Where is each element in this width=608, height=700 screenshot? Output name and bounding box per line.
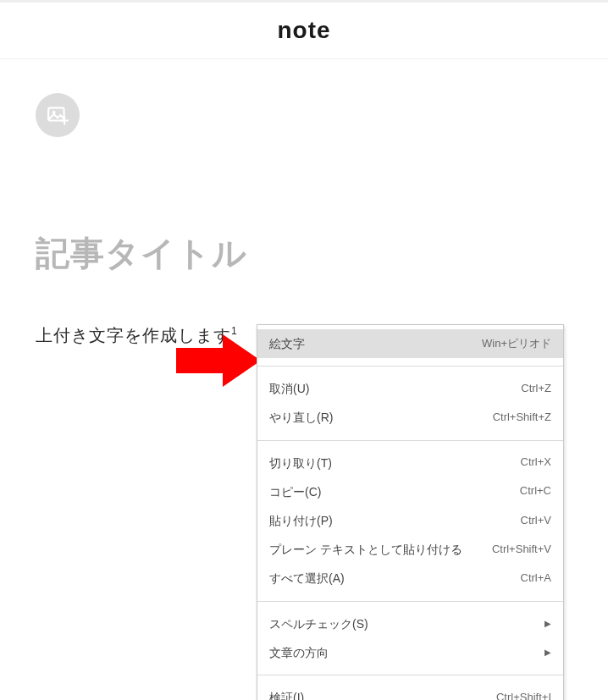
brand-logo: note — [277, 17, 330, 44]
context-menu-item-label: やり直し(R) — [269, 410, 333, 425]
svg-rect-0 — [48, 107, 64, 120]
context-menu-item[interactable]: 貼り付け(P)Ctrl+V — [257, 506, 563, 535]
context-menu-separator — [257, 601, 563, 602]
context-menu-item-label: 文章の方向 — [269, 645, 329, 660]
context-menu-item-label: 絵文字 — [269, 336, 305, 351]
image-add-icon — [47, 104, 69, 126]
context-menu-item[interactable]: 絵文字Win+ピリオド — [257, 329, 563, 358]
context-menu-item-shortcut: Ctrl+Shift+V — [492, 543, 551, 557]
context-menu-item-shortcut: Ctrl+V — [521, 514, 551, 528]
context-menu-item-shortcut: Ctrl+Z — [521, 382, 551, 396]
context-menu-item-label: コピー(C) — [269, 484, 321, 499]
context-menu-item[interactable]: やり直し(R)Ctrl+Shift+Z — [257, 403, 563, 432]
context-menu-item-label: 切り取り(T) — [269, 455, 332, 471]
add-image-button[interactable] — [36, 93, 80, 137]
context-menu-item-shortcut: Ctrl+A — [521, 571, 551, 586]
context-menu-item-label: スペルチェック(S) — [269, 616, 368, 631]
context-menu-item[interactable]: 文章の方向▶ — [257, 638, 563, 667]
context-menu-item-label: 貼り付け(P) — [269, 513, 333, 528]
context-menu-item-shortcut: Ctrl+C — [520, 484, 551, 499]
context-menu-item[interactable]: コピー(C)Ctrl+C — [257, 477, 563, 506]
context-menu-item[interactable]: プレーン テキストとして貼り付けるCtrl+Shift+V — [257, 535, 563, 564]
context-menu-separator — [257, 366, 563, 367]
context-menu-item-label: すべて選択(A) — [269, 570, 345, 586]
context-menu-item-label: 取消(U) — [269, 381, 309, 396]
context-menu-item-shortcut: Ctrl+Shift+Z — [493, 411, 551, 425]
context-menu-separator — [257, 440, 563, 441]
context-menu-separator — [257, 675, 563, 675]
context-menu-item[interactable]: 取消(U)Ctrl+Z — [257, 374, 563, 403]
svg-marker-4 — [176, 334, 261, 387]
context-menu-item[interactable]: すべて選択(A)Ctrl+A — [257, 564, 563, 593]
context-menu-item-shortcut: Ctrl+X — [521, 455, 551, 470]
chevron-right-icon: ▶ — [544, 647, 551, 658]
context-menu-item-label: プレーン テキストとして貼り付ける — [269, 542, 462, 557]
context-menu-item-shortcut: Win+ピリオド — [482, 337, 551, 351]
context-menu-item-shortcut: Ctrl+Shift+I — [496, 691, 551, 700]
context-menu-item[interactable]: 検証(I)Ctrl+Shift+I — [257, 683, 563, 700]
context-menu-item[interactable]: 切り取り(T)Ctrl+X — [257, 449, 563, 477]
top-bar: note — [0, 0, 608, 59]
context-menu-item[interactable]: スペルチェック(S)▶ — [257, 609, 563, 638]
annotation-arrow — [176, 331, 261, 390]
chevron-right-icon: ▶ — [544, 618, 551, 629]
article-title-placeholder[interactable]: 記事タイトル — [36, 230, 572, 277]
context-menu-item-label: 検証(I) — [269, 690, 304, 700]
context-menu[interactable]: 絵文字Win+ピリオド取消(U)Ctrl+Zやり直し(R)Ctrl+Shift+… — [257, 324, 564, 700]
